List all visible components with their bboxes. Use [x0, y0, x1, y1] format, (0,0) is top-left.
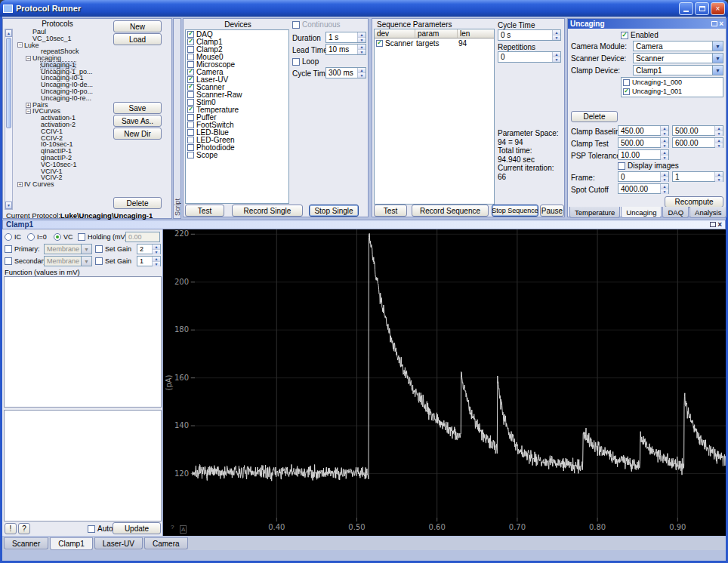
tab-daq[interactable]: DAQ: [662, 207, 689, 218]
device-checkbox[interactable]: ✓: [187, 38, 194, 45]
device-checkbox[interactable]: [187, 99, 194, 106]
enabled-checkbox[interactable]: ✓Enabled: [621, 31, 659, 39]
device-item-LED-Green[interactable]: LED-Green: [186, 136, 288, 143]
recompute-button[interactable]: Recompute: [665, 196, 723, 208]
save-button[interactable]: Save: [113, 102, 162, 114]
display-images-checkbox[interactable]: Display images: [618, 162, 679, 170]
file-checkbox[interactable]: [623, 79, 630, 86]
primary-gain-spinbox[interactable]: 2▲▼: [137, 244, 161, 254]
mode-vc-radio[interactable]: VC: [54, 233, 73, 241]
tab-uncaging[interactable]: Uncaging: [621, 207, 662, 218]
column-param[interactable]: param: [415, 29, 458, 38]
float-dock-icon[interactable]: [710, 222, 716, 227]
device-item-Microscope[interactable]: Microscope: [186, 60, 288, 68]
clamp-device-select[interactable]: Clamp1▼: [633, 65, 723, 75]
scroll-down-icon[interactable]: ▼: [5, 202, 12, 209]
device-item-Scope[interactable]: Scope: [186, 151, 288, 158]
update-button[interactable]: Update: [113, 522, 161, 534]
sequence-row-checkbox[interactable]: ✓: [376, 40, 383, 47]
device-item-Laser-UV[interactable]: ✓Laser-UV: [186, 75, 288, 83]
plot-canvas[interactable]: 2202001801601401200.400.500.600.700.800.…: [163, 229, 726, 536]
delete-button[interactable]: Delete: [113, 197, 162, 209]
frame-min-spinbox[interactable]: 0▲▼: [618, 171, 669, 182]
clamp1-plot[interactable]: 2202001801601401200.400.500.600.700.800.…: [163, 229, 726, 536]
tree-item-Uncaging-I0-re...[interactable]: Uncaging-I0-re...: [14, 95, 110, 102]
mode-i0-radio[interactable]: I=0: [27, 233, 47, 241]
psp-tolerance-spinbox[interactable]: 10.00▲▼: [618, 149, 669, 160]
record-sequence-button[interactable]: Record Sequence: [412, 205, 489, 217]
file-checkbox[interactable]: ✓: [623, 88, 630, 95]
stop-single-button[interactable]: Stop Single: [309, 205, 359, 217]
device-checkbox[interactable]: [187, 129, 194, 136]
device-item-Stim0[interactable]: Stim0: [186, 98, 288, 106]
device-checkbox[interactable]: [187, 91, 194, 98]
device-checkbox[interactable]: [187, 122, 194, 128]
device-checkbox[interactable]: ✓: [187, 106, 194, 113]
repetitions-spinbox[interactable]: 0▲▼: [498, 51, 561, 63]
device-checkbox[interactable]: ✓: [187, 31, 194, 38]
maximize-button[interactable]: [695, 2, 709, 15]
save-as-button[interactable]: Save As..: [113, 115, 162, 127]
primary-channel-select[interactable]: Membrane C▼: [44, 244, 92, 254]
device-item-Camera[interactable]: ✓Camera: [186, 68, 288, 75]
mode-ic-radio[interactable]: IC: [5, 233, 21, 241]
function-editor[interactable]: [4, 276, 162, 408]
tab-temperature[interactable]: Temperature: [569, 207, 620, 218]
clamp-baseline-max-spinbox[interactable]: 500.00▲▼: [672, 125, 723, 136]
lead-time-spinbox[interactable]: 10 ms▲▼: [325, 44, 366, 55]
scroll-up-icon[interactable]: ▲: [5, 29, 12, 37]
plus-expander-icon[interactable]: +: [26, 103, 31, 108]
primary-set-gain-checkbox[interactable]: Set Gain: [95, 245, 131, 253]
new-dir-button[interactable]: New Dir: [113, 128, 162, 140]
uncaging-file-Uncaging-1_000[interactable]: Uncaging-1_000: [622, 78, 723, 87]
tree-item-Pairs[interactable]: +Pairs: [14, 102, 110, 109]
minus-expander-icon[interactable]: −: [26, 56, 31, 61]
test-sequence-button[interactable]: Test: [374, 205, 407, 217]
window-titlebar[interactable]: Protocol Runner ×: [0, 0, 728, 17]
column-dev[interactable]: dev: [375, 29, 415, 38]
frame-max-spinbox[interactable]: 1▲▼: [672, 171, 723, 182]
camera-module-select[interactable]: Camera▼: [633, 41, 723, 51]
uncaging-file-Uncaging-1_001[interactable]: ✓Uncaging-1_001: [622, 87, 723, 96]
device-checkbox[interactable]: ✓: [187, 76, 194, 83]
tab-clamp1[interactable]: Clamp1: [50, 537, 92, 550]
device-item-Temperature[interactable]: ✓Temperature: [186, 106, 288, 113]
device-item-FootSwitch[interactable]: FootSwitch: [186, 121, 288, 128]
tree-item-IV Curves[interactable]: +IV Curves: [14, 181, 110, 188]
secondary-gain-spinbox[interactable]: 1▲▼: [137, 256, 161, 266]
secondary-channel-select[interactable]: Membrane pl▼: [44, 256, 92, 266]
loop-checkbox[interactable]: Loop: [292, 57, 319, 66]
seq-cycle-time-spinbox[interactable]: 0 s▲▼: [498, 29, 561, 41]
help-button[interactable]: ?: [18, 523, 30, 534]
device-checkbox[interactable]: ✓: [187, 84, 194, 91]
secondary-set-gain-checkbox[interactable]: Set Gain: [95, 257, 131, 265]
device-item-Clamp1[interactable]: ✓Clamp1: [186, 38, 288, 45]
device-checkbox[interactable]: [187, 54, 194, 60]
device-item-Puffer[interactable]: Puffer: [186, 113, 288, 121]
device-item-DAQ[interactable]: ✓DAQ: [186, 30, 288, 38]
test-single-button[interactable]: Test: [185, 205, 224, 217]
minimize-button[interactable]: [679, 2, 693, 15]
tree-item-repeatShock[interactable]: repeatShock: [14, 48, 110, 55]
clamp1-titlebar[interactable]: Clamp1 ×: [2, 220, 726, 229]
auto-range-icon[interactable]: A: [180, 525, 187, 534]
uncaging-titlebar[interactable]: Uncaging ×: [568, 19, 726, 29]
stop-sequence-button[interactable]: Stop Sequence: [492, 205, 538, 217]
scanner-device-select[interactable]: Scanner▼: [633, 53, 723, 63]
primary-checkbox[interactable]: Primary:: [5, 245, 40, 253]
scrollbar-thumb[interactable]: [6, 38, 11, 128]
tab-analysis[interactable]: Analysis: [689, 207, 726, 218]
device-checkbox[interactable]: [187, 46, 194, 53]
script-dock-tab[interactable]: Script: [173, 18, 181, 219]
minus-expander-icon[interactable]: −: [17, 42, 23, 48]
device-checkbox[interactable]: [187, 61, 194, 68]
protocols-scrollbar[interactable]: ▲ ▼: [5, 29, 13, 210]
continuous-checkbox[interactable]: Continuous: [292, 20, 341, 29]
clamp-test-min-spinbox[interactable]: 500.00▲▼: [618, 137, 669, 148]
record-single-button[interactable]: Record Single: [232, 205, 303, 217]
load-button[interactable]: Load: [113, 33, 162, 45]
holding-checkbox[interactable]: Holding (mV): [78, 233, 128, 241]
tab-camera[interactable]: Camera: [144, 537, 188, 549]
close-dock-icon[interactable]: ×: [719, 21, 723, 27]
minus-expander-icon[interactable]: −: [26, 109, 31, 114]
